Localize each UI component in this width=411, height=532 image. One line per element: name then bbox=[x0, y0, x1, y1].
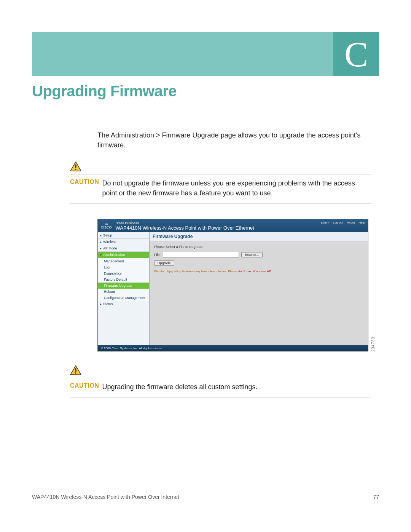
about-link[interactable]: About bbox=[347, 221, 355, 224]
admin-link[interactable]: admin bbox=[321, 221, 329, 224]
file-input[interactable] bbox=[163, 252, 239, 257]
divider bbox=[70, 397, 371, 398]
svg-point-1 bbox=[75, 169, 76, 170]
sidebar-sub-config[interactable]: Configuration Management bbox=[98, 295, 149, 301]
panel-title: Firmware Upgrade bbox=[150, 232, 368, 241]
caution-text-1: Do not upgrade the firmware unless you a… bbox=[102, 178, 371, 198]
sidebar-sub-diagnostics[interactable]: Diagnostics bbox=[98, 270, 149, 276]
sidebar-item-setup[interactable]: ▸Setup bbox=[98, 232, 149, 239]
page-title: Upgrading Firmware bbox=[32, 83, 379, 100]
sidebar-item-status[interactable]: ▸Status bbox=[98, 301, 149, 307]
divider bbox=[70, 174, 371, 174]
screenshot: ılıılı CISCO Small Business WAP4410N Wir… bbox=[97, 219, 371, 351]
shot-header: ılıılı CISCO Small Business WAP4410N Wir… bbox=[98, 219, 368, 232]
sidebar-item-apmode[interactable]: ▸AP Mode bbox=[98, 245, 149, 252]
sidebar-sub-management[interactable]: Management bbox=[98, 258, 149, 264]
svg-rect-0 bbox=[75, 165, 76, 168]
warning-line: Warning: Upgrading firmware may take a f… bbox=[154, 270, 363, 273]
sidebar: ▸Setup ▸Wireless ▸AP Mode ▾Administratio… bbox=[98, 232, 150, 346]
caution-block-1: CAUTION Do not upgrade the firmware unle… bbox=[70, 161, 371, 204]
caution-label: CAUTION bbox=[70, 178, 99, 185]
help-link[interactable]: Help bbox=[359, 221, 365, 224]
caution-label: CAUTION bbox=[70, 382, 99, 389]
sidebar-sub-factory[interactable]: Factory Default bbox=[98, 276, 149, 283]
sidebar-item-administration[interactable]: ▾Administration bbox=[98, 252, 149, 258]
sidebar-item-wireless[interactable]: ▸Wireless bbox=[98, 239, 149, 245]
caution-icon bbox=[70, 161, 81, 172]
logout-link[interactable]: Log out bbox=[333, 221, 343, 224]
footer-product: WAP4410N Wireless-N Access Point with Po… bbox=[32, 494, 179, 500]
top-links: admin Log out About Help bbox=[321, 221, 365, 224]
product-name: WAP4410N Wireless-N Access Point with Po… bbox=[116, 225, 254, 231]
small-business-label: Small Business bbox=[116, 221, 254, 225]
divider bbox=[70, 378, 371, 378]
content-panel: Firmware Upgrade Please Select a File to… bbox=[150, 232, 368, 346]
divider bbox=[70, 203, 371, 204]
sidebar-sub-reboot[interactable]: Reboot bbox=[98, 289, 149, 295]
appendix-header: C bbox=[32, 32, 379, 76]
sidebar-sub-log[interactable]: Log bbox=[98, 264, 149, 270]
caution-icon bbox=[70, 365, 81, 375]
upgrade-button[interactable]: Upgrade bbox=[154, 260, 174, 266]
svg-point-3 bbox=[75, 372, 76, 374]
sidebar-sub-firmware[interactable]: Firmware Upgrade bbox=[98, 283, 149, 289]
cisco-logo: ılıılı CISCO bbox=[101, 223, 112, 229]
file-label: File: bbox=[154, 253, 161, 257]
svg-rect-2 bbox=[75, 368, 76, 372]
footer-page-number: 77 bbox=[373, 494, 379, 500]
caution-block-2: CAUTION Upgrading the firmware deletes a… bbox=[70, 365, 371, 398]
appendix-letter: C bbox=[333, 32, 379, 76]
header-band-left bbox=[32, 32, 333, 76]
caution-text-2: Upgrading the firmware deletes all custo… bbox=[102, 382, 371, 392]
upgrade-prompt: Please Select a File to Upgrade: bbox=[154, 245, 363, 249]
intro-paragraph: The Administration > Firmware Upgrade pa… bbox=[97, 130, 371, 150]
browse-button[interactable]: Browse... bbox=[241, 252, 263, 257]
shot-footer: © 2009 Cisco Systems, Inc. All rights re… bbox=[98, 345, 368, 351]
page-footer: WAP4410N Wireless-N Access Point with Po… bbox=[32, 490, 379, 500]
image-id: 234733 bbox=[371, 337, 375, 351]
